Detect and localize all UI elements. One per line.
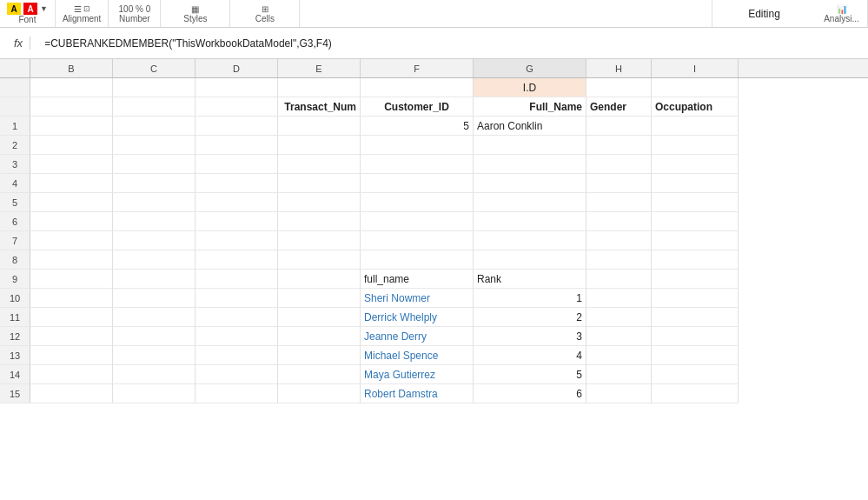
font-color-icon[interactable]: A	[7, 3, 21, 15]
cell-transact-num[interactable]: Transact_Num	[278, 97, 361, 117]
row-num-14: 14	[0, 365, 30, 384]
ribbon-group-font: A A ▼ Font	[0, 0, 56, 27]
row-num-4: 4	[0, 174, 30, 193]
cell-f-14[interactable]: Maya Gutierrez	[361, 365, 474, 384]
cell-g-1[interactable]: Aaron Conklin	[474, 117, 586, 136]
cell-i-1[interactable]	[652, 117, 739, 136]
cell-g-14[interactable]: 5	[474, 365, 586, 384]
table-row: I.D	[0, 78, 868, 97]
cell-gender[interactable]: Gender	[586, 97, 652, 117]
table-row: 12 Jeanne Derry 3	[0, 327, 868, 346]
cell-d[interactable]	[195, 78, 278, 97]
font-icons: A A ▼	[7, 3, 48, 15]
spreadsheet: B C D E F G H I I.D Transact_Num	[0, 59, 868, 500]
cell-g-15[interactable]: 6	[474, 384, 586, 403]
cell-g-12[interactable]: 3	[474, 327, 586, 346]
ribbon-editing-group: Editing	[712, 0, 816, 27]
table-row: 3	[0, 155, 868, 174]
cell-d[interactable]	[195, 117, 278, 136]
analysis-group-label: Analysi...	[824, 14, 859, 23]
column-headers: B C D E F G H I	[0, 59, 868, 78]
cell-b[interactable]	[30, 78, 113, 97]
formula-content[interactable]: =CUBERANKEDMEMBER("ThisWorkbookDataModel…	[37, 37, 861, 50]
col-header-e[interactable]: E	[278, 59, 361, 77]
col-header-c[interactable]: C	[113, 59, 195, 77]
table-row: 8	[0, 250, 868, 270]
ribbon-group-number: 100 % 0 Number	[109, 0, 161, 27]
row-num-7: 7	[0, 231, 30, 250]
cell-full-name[interactable]: Full_Name	[474, 97, 586, 117]
cell-e[interactable]	[278, 117, 361, 136]
row-num-1: 1	[0, 117, 30, 136]
row-num-9: 9	[0, 270, 30, 289]
row-num-header	[0, 59, 30, 77]
col-header-g[interactable]: G	[474, 59, 586, 77]
formula-bar: fx =CUBERANKEDMEMBER("ThisWorkbookDataMo…	[0, 28, 868, 59]
cell-g-id[interactable]: I.D	[474, 78, 586, 97]
cell-i[interactable]	[652, 78, 739, 97]
editing-label: Editing	[748, 8, 780, 20]
table-row: 2	[0, 136, 868, 155]
cell-f-10[interactable]: Sheri Nowmer	[361, 289, 474, 308]
cell-f-11[interactable]: Derrick Whelply	[361, 308, 474, 327]
cell-b[interactable]	[30, 97, 113, 117]
table-row: 11 Derrick Whelply 2	[0, 308, 868, 327]
table-row: 9 full_name Rank	[0, 270, 868, 289]
cell-f-13[interactable]: Michael Spence	[361, 346, 474, 365]
table-row: Transact_Num Customer_ID Full_Name Gende…	[0, 97, 868, 117]
cell-f-1[interactable]: 5	[361, 117, 474, 136]
cell-e[interactable]	[278, 78, 361, 97]
row-num	[0, 97, 30, 117]
ribbon-group-analysis: 📊 Analysi...	[816, 0, 868, 27]
cell-h[interactable]	[586, 78, 652, 97]
cell-f-9[interactable]: full_name	[361, 270, 474, 289]
alignment-expand-icon[interactable]: ⊡	[83, 4, 90, 13]
col-header-d[interactable]: D	[195, 59, 278, 77]
number-group-label: Number	[119, 14, 150, 23]
ribbon-group-styles: ▦ Styles	[161, 0, 230, 27]
cell-g-11[interactable]: 2	[474, 308, 586, 327]
row-num-5: 5	[0, 193, 30, 212]
font-highlight-icon[interactable]: A	[23, 3, 37, 15]
table-row: 5	[0, 193, 868, 212]
cells-group-label: Cells	[255, 14, 275, 23]
cell-b[interactable]	[30, 117, 113, 136]
row-num	[0, 78, 30, 97]
cell-g-9[interactable]: Rank	[474, 270, 586, 289]
alignment-icons: ☰ ⊡	[74, 4, 90, 14]
table-row: 1 5 Aaron Conklin	[0, 117, 868, 136]
row-num-10: 10	[0, 289, 30, 308]
cell-c[interactable]	[113, 117, 195, 136]
cell-h-1[interactable]	[586, 117, 652, 136]
col-header-b[interactable]: B	[30, 59, 113, 77]
cell-c[interactable]	[113, 78, 195, 97]
table-row: 6	[0, 212, 868, 231]
alignment-group-label: Alignment	[63, 14, 101, 23]
row-num-15: 15	[0, 384, 30, 403]
cell-customer-id[interactable]: Customer_ID	[361, 97, 474, 117]
styles-group-label: Styles	[183, 14, 207, 23]
cell-c[interactable]	[113, 97, 195, 117]
table-row: 15 Robert Damstra 6	[0, 384, 868, 403]
col-header-f[interactable]: F	[361, 59, 474, 77]
analysis-icon: 📊	[837, 4, 847, 14]
number-display: 100 % 0	[119, 4, 151, 14]
table-row: 4	[0, 174, 868, 193]
row-num-2: 2	[0, 136, 30, 155]
row-num-13: 13	[0, 346, 30, 365]
col-header-i[interactable]: I	[652, 59, 739, 77]
rows-area: I.D Transact_Num Customer_ID Full_Name G…	[0, 78, 868, 403]
cell-f-15[interactable]: Robert Damstra	[361, 384, 474, 403]
cell-g-13[interactable]: 4	[474, 346, 586, 365]
font-arrow-icon[interactable]: ▼	[40, 4, 48, 13]
table-row: 7	[0, 231, 868, 250]
cell-f[interactable]	[361, 78, 474, 97]
font-group-label: Font	[18, 15, 36, 24]
table-row: 10 Sheri Nowmer 1	[0, 289, 868, 308]
cell-occupation[interactable]: Occupation	[652, 97, 739, 117]
cell-d[interactable]	[195, 97, 278, 117]
cell-f-12[interactable]: Jeanne Derry	[361, 327, 474, 346]
ribbon: A A ▼ Font ☰ ⊡ Alignment 100 % 0 Number …	[0, 0, 868, 28]
cell-g-10[interactable]: 1	[474, 289, 586, 308]
col-header-h[interactable]: H	[586, 59, 652, 77]
